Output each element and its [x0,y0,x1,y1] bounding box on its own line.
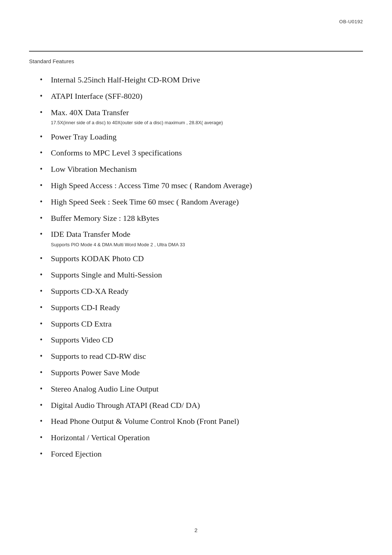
list-item-text: Conforms to MPC Level 3 specifications [51,148,182,157]
list-item-sub: Supports PIO Mode 4 & DMA Multi Word Mod… [51,242,363,248]
list-item-text: Supports Power Save Mode [51,368,140,377]
list-item-text: Forced Ejection [51,449,102,458]
list-item-text: Supports to read CD-RW disc [51,352,146,361]
list-item: Supports CD-XA Ready [51,286,363,297]
list-item-text: IDE Data Transfer Mode [51,230,130,239]
list-item-text: High Speed Access : Access Time 70 msec … [51,181,252,190]
list-item: Supports Power Save Mode [51,367,363,378]
list-item-text: Digital Audio Through ATAPI (Read CD/ DA… [51,401,200,410]
list-item: Horizontal / Vertical Operation [51,432,363,443]
list-item: Forced Ejection [51,449,363,460]
doc-id: OB-U0192 [339,19,363,24]
list-item-text: Max. 40X Data Transfer [51,108,129,117]
list-item: Head Phone Output & Volume Control Knob … [51,416,363,427]
list-item: Supports Video CD [51,335,363,346]
list-item-text: Stereo Analog Audio Line Output [51,384,159,393]
list-item: Supports Single and Multi-Session [51,270,363,281]
list-item: Max. 40X Data Transfer17.5X(inner side o… [51,107,363,126]
list-item: Power Tray Loading [51,131,363,143]
list-item: Stereo Analog Audio Line Output [51,384,363,395]
list-item-text: Internal 5.25inch Half-Height CD-ROM Dri… [51,75,200,84]
page-number: 2 [195,527,197,533]
features-list: Internal 5.25inch Half-Height CD-ROM Dri… [51,74,363,460]
list-item: Supports to read CD-RW disc [51,351,363,362]
list-item-text: Horizontal / Vertical Operation [51,433,150,442]
list-item-text: Low Vibration Mechanism [51,165,137,174]
list-item: Supports KODAK Photo CD [51,253,363,264]
top-rule [29,51,363,52]
list-item: Supports CD-I Ready [51,302,363,313]
list-item: Digital Audio Through ATAPI (Read CD/ DA… [51,400,363,411]
section-label: Standard Features [29,58,363,64]
list-item-text: Supports Video CD [51,335,113,344]
list-item-text: ATAPI Interface (SFF-8020) [51,92,142,101]
list-item-text: Supports CD Extra [51,319,111,328]
list-item-text: Buffer Memory Size : 128 kBytes [51,214,159,223]
list-item: Supports CD Extra [51,319,363,330]
list-item-text: Supports KODAK Photo CD [51,254,144,263]
list-item-text: Supports CD-XA Ready [51,287,128,296]
list-item: Buffer Memory Size : 128 kBytes [51,213,363,224]
list-item: Internal 5.25inch Half-Height CD-ROM Dri… [51,74,363,86]
page-container: OB-U0192 Standard Features Internal 5.25… [0,0,392,555]
list-item-text: Head Phone Output & Volume Control Knob … [51,417,239,426]
list-item: High Speed Seek : Seek Time 60 msec ( Ra… [51,197,363,208]
list-item: ATAPI Interface (SFF-8020) [51,91,363,102]
list-item: IDE Data Transfer ModeSupports PIO Mode … [51,229,363,248]
list-item-sub: 17.5X(inner side of a disc) to 40X(outer… [51,119,363,126]
list-item-text: High Speed Seek : Seek Time 60 msec ( Ra… [51,197,239,206]
list-item: Conforms to MPC Level 3 specifications [51,147,363,159]
list-item-text: Supports Single and Multi-Session [51,270,162,279]
list-item-text: Supports CD-I Ready [51,303,120,312]
list-item: High Speed Access : Access Time 70 msec … [51,180,363,191]
list-item: Low Vibration Mechanism [51,164,363,175]
list-item-text: Power Tray Loading [51,132,117,141]
